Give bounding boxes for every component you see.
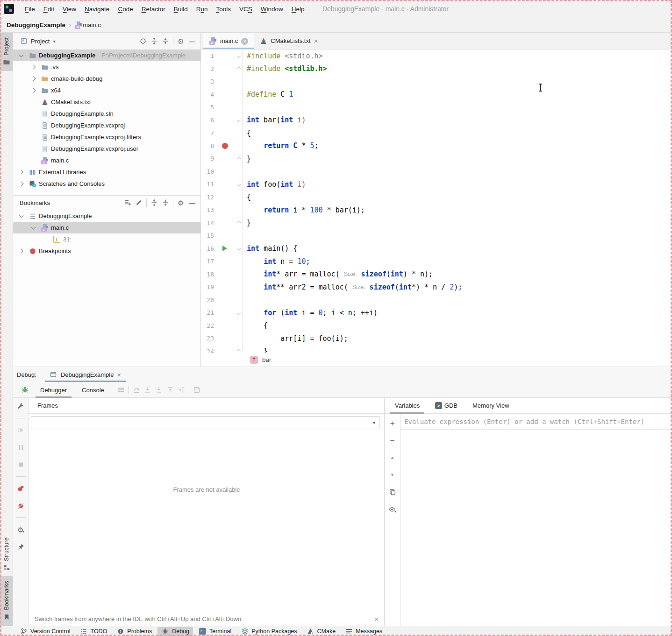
statusbar-version-control[interactable]: Version Control xyxy=(16,627,74,636)
code-line[interactable]: 5 xyxy=(201,101,672,114)
menu-build[interactable]: Build xyxy=(170,4,192,14)
fold-down-icon[interactable] xyxy=(236,183,240,186)
code-line[interactable]: 19 int** arr2 = malloc( Size: sizeof(int… xyxy=(201,281,672,294)
code-line[interactable]: 16int main() { xyxy=(201,242,672,255)
expand-all-button[interactable] xyxy=(149,35,160,47)
fold-up-icon[interactable] xyxy=(236,157,240,161)
tree-item-debuggingexample.sln[interactable]: DebuggingExample.sln xyxy=(13,108,200,120)
code-line[interactable]: 13 return i * 100 * bar(i); xyxy=(201,204,672,217)
editor-breadcrumb-function[interactable]: bar xyxy=(262,356,272,363)
tree-item-debuggingexample.vcxproj.user[interactable]: DebuggingExample.vcxproj.user xyxy=(13,143,200,155)
code-line[interactable]: 1#include <stdio.h> xyxy=(201,49,672,63)
close-icon[interactable]: × xyxy=(314,37,318,45)
statusbar-messages[interactable]: Messages xyxy=(341,627,386,636)
wrench-button[interactable] xyxy=(15,401,27,412)
remove-watch-button[interactable]: − xyxy=(387,435,398,446)
chevron-right-icon[interactable] xyxy=(16,170,26,174)
copy-button[interactable] xyxy=(387,487,398,498)
close-icon[interactable]: × xyxy=(374,615,379,622)
code-line[interactable]: 11int foo(int i) xyxy=(201,178,672,191)
menu-view[interactable]: View xyxy=(58,4,80,14)
tree-item-main.c[interactable]: cmain.c xyxy=(13,222,200,233)
menu-code[interactable]: Code xyxy=(114,4,137,14)
close-icon[interactable]: × xyxy=(241,37,248,45)
code-line[interactable]: 24 } xyxy=(201,345,672,353)
menu-tools[interactable]: Tools xyxy=(212,4,236,14)
thread-selector[interactable]: ▾ xyxy=(31,416,379,429)
code-line[interactable]: 10 xyxy=(201,165,672,178)
menu-run[interactable]: Run xyxy=(192,4,212,14)
code-line[interactable]: 20 xyxy=(201,294,672,307)
code-line[interactable]: 14} xyxy=(201,217,672,230)
variables-tab-memory-view[interactable]: Memory View xyxy=(465,398,517,414)
tree-item-debuggingexample.vcxproj.filters[interactable]: DebuggingExample.vcxproj.filters xyxy=(13,131,200,143)
hide-button[interactable]: — xyxy=(186,197,198,208)
tree-item-debuggingexample[interactable]: DebuggingExample xyxy=(13,210,200,222)
stripe-tab-structure[interactable]: Structure xyxy=(0,533,13,577)
tree-item-external libraries[interactable]: External Libraries xyxy=(13,166,200,178)
locate-button[interactable] xyxy=(137,35,149,47)
code-line[interactable]: 3 xyxy=(201,75,672,88)
editor-tab-main.c[interactable]: cmain.c× xyxy=(203,33,254,49)
chevron-down-icon[interactable] xyxy=(28,227,38,229)
breadcrumb-project[interactable]: DebuggingExample xyxy=(7,21,65,28)
stop-button[interactable] xyxy=(15,459,27,470)
code-line[interactable]: 2#include <stdlib.h> xyxy=(201,63,672,76)
resume-button[interactable] xyxy=(15,424,27,436)
statusbar-problems[interactable]: Problems xyxy=(113,627,156,636)
tree-item-breakpoints[interactable]: Breakpoints xyxy=(13,245,200,257)
view-breakpoints-button[interactable] xyxy=(15,483,27,494)
run-arrow-icon[interactable] xyxy=(222,246,227,251)
collapse-all-button[interactable] xyxy=(160,197,171,208)
move-up-button[interactable]: ▲ xyxy=(387,452,398,463)
breakpoint-icon[interactable] xyxy=(222,143,228,149)
statusbar-cmake[interactable]: CMake xyxy=(303,627,340,636)
code-line[interactable]: 12{ xyxy=(201,191,672,204)
chevron-down-icon[interactable]: ▾ xyxy=(53,39,55,44)
chevron-right-icon[interactable] xyxy=(28,65,38,69)
fold-down-icon[interactable] xyxy=(236,54,240,58)
eye-caret-button[interactable]: ▾ xyxy=(387,504,398,515)
collapse-all-button[interactable] xyxy=(160,35,171,47)
close-icon[interactable]: × xyxy=(117,371,121,378)
code-line[interactable]: 6int bar(int i) xyxy=(201,114,672,127)
code-line[interactable]: 22 { xyxy=(201,319,672,332)
tree-item-cmake-build-debug[interactable]: cmake-build-debug xyxy=(13,73,200,85)
add-watch-button[interactable]: + xyxy=(387,417,398,429)
chevron-right-icon[interactable] xyxy=(28,89,38,92)
code-line[interactable]: 18 int* arr = malloc( Size: sizeof(int) … xyxy=(201,268,672,281)
statusbar-todo[interactable]: TODO xyxy=(76,627,111,636)
menu-navigate[interactable]: Navigate xyxy=(80,4,114,14)
edit-pencil-button[interactable] xyxy=(133,197,144,208)
code-line[interactable]: 4#define C 1 xyxy=(201,88,672,101)
fold-up-icon[interactable] xyxy=(236,349,240,353)
evaluate-button[interactable] xyxy=(191,384,202,396)
code-lines[interactable]: 1#include <stdio.h>2#include <stdlib.h>3… xyxy=(201,49,672,353)
tree-item-x64[interactable]: x64 xyxy=(13,85,200,96)
menu-refactor[interactable]: Refactor xyxy=(137,4,170,14)
menu-help[interactable]: Help xyxy=(287,4,309,14)
code-line[interactable]: 21 for (int i = 0; i < n; ++i) xyxy=(201,306,672,319)
chevron-right-icon[interactable] xyxy=(16,249,26,253)
fold-down-icon[interactable] xyxy=(236,311,240,315)
fold-down-icon[interactable] xyxy=(236,247,240,250)
pin-button[interactable] xyxy=(15,541,27,552)
tree-item-cmakelists.txt[interactable]: CMakeLists.txt xyxy=(13,96,200,108)
watch-expression-input[interactable]: Evaluate expression (Enter) or add a wat… xyxy=(400,414,672,430)
tree-item-main.c[interactable]: cmain.c xyxy=(13,155,200,166)
debug-tab-debugger[interactable]: Debugger xyxy=(33,382,74,398)
layout-button[interactable] xyxy=(115,384,127,396)
stripe-tab-project[interactable]: Project xyxy=(0,33,13,71)
hide-button[interactable]: — xyxy=(186,35,198,47)
stripe-tab-bookmarks[interactable]: Bookmarks xyxy=(0,576,13,626)
run-to-cursor-button[interactable] xyxy=(176,384,187,396)
pause-button[interactable] xyxy=(15,442,27,453)
menu-edit[interactable]: Edit xyxy=(39,4,58,14)
mute-breakpoints-button[interactable] xyxy=(15,500,27,511)
step-over-button[interactable] xyxy=(131,384,142,396)
code-line[interactable]: 15 xyxy=(201,229,672,242)
gear-caret-button[interactable]: ⚙▾ xyxy=(15,524,27,535)
fold-down-icon[interactable] xyxy=(236,118,240,122)
move-down-button[interactable]: ▼ xyxy=(387,469,398,481)
tree-item-debuggingexample[interactable]: DebuggingExampleP:\Projects\DebuggingExa… xyxy=(13,49,200,61)
